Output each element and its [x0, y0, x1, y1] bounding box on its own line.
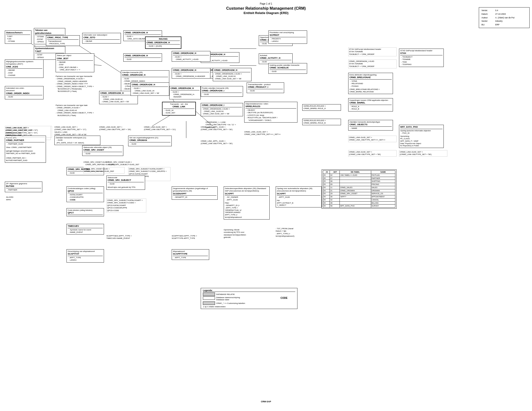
timecuev-title: TIMECUEV [68, 225, 103, 228]
crmd-partner-view: View: CRMV_LINKPARTNER [6, 146, 45, 149]
crmd-link-appl-note: CRMD_LINK_APPL_GUID = (CRMD_LINK-OBJTYPE… [201, 140, 241, 145]
db-table-de-tabel-header: DE-TABEL [340, 171, 371, 174]
scapttxt-box: Omschrijving van afspraaksoort SCAPTTXT … [66, 249, 104, 262]
crmd-srv-osset-details2: CRMD_SRV_OSSET-GUID = CRMD_SRV_REFOBJ-GU… [83, 167, 124, 174]
but000-title: BUT000 [6, 185, 41, 188]
wff-data-pho-box: WFF_DATA_PHO Opslag fysische informatie-… [399, 125, 444, 148]
qpct-box: Code-teksten (uitleg teksten) QPCT [66, 208, 104, 216]
statusschema-box: Statusschema's TJ30T TJ20 - STSMA [5, 30, 31, 44]
scgenappt-subtitle: Gegenereerde afspraken (regelmatige of g… [173, 187, 216, 192]
db-row4-name: PRICING [371, 183, 395, 186]
srrelroles-logsys: - LOGSYS (vb. leeg) [246, 114, 296, 117]
link-set-note2: CRMD_LINK-GUID_SET = (CRMD_LINK-OBJTYPE_… [99, 126, 140, 131]
crmd-srv-subject-subtitle: Statuscode [108, 177, 144, 179]
crm-jest-box: Status per object CRM_JEST - OBJNR - STA… [56, 53, 94, 72]
srrelroles-objkey: - OBJKEY [246, 109, 296, 112]
crmd-orderadm-h7-guid: - GUID = [171, 91, 200, 93]
scappt-user-box: Gebruikersspecifieke afspraken (30) (Sta… [224, 187, 270, 220]
crm-jcds-subtitle: Wijzigingsdocumenten systeem-keringstatu… [6, 60, 42, 65]
crmd-link-appl-guid-note: CRMD_LINK_GUID_SET = CRMD_LINK_OBJTYPE_S… [244, 131, 284, 136]
ssrelroles-role-a-note: SSRELROLES-ROLEID = CRMD_BINREL-ROLE_A [302, 104, 341, 111]
link-set-58-note: CRMD_LINK-GUID_SET = CRMD_LINK_OBJTYPE_S… [348, 136, 397, 142]
db-row3-name: SHIPPING [371, 180, 395, 183]
crmd-sales-subtitle: Zakelijke transactie verkoopset (11) [56, 137, 99, 139]
code-teksten-note: CODE [281, 296, 287, 299]
crmd-orderadm-h9-guid: - GUID = [173, 56, 209, 58]
crmd-link-subtitle: Transactie - set - link [163, 103, 194, 105]
scappt-opslag-guid: - APPT_GUID [277, 196, 320, 198]
crmd-orderadm-i3-link: CRMD_LINK_GUID-HI [214, 75, 250, 78]
but000-subtitle: ZP: Algemene gegevens [6, 183, 41, 185]
qpct-subtitle: Code-teksten (uitleg teksten) [68, 209, 103, 212]
scappt-opslag-subtitle: Opslag voor automatische afspraken (30) … [277, 187, 320, 192]
ingang-title: CRMD_ORDERADM_H [147, 41, 180, 45]
srrelroles-objtype: - OBJTYPE (vb 'BUS2000120') [246, 112, 296, 114]
db-row9-detail [340, 198, 371, 201]
scapptseg-type-note2: SCAPPTSEG-APPT_TYPE = SCAPTTYPE-APPT_TYP… [172, 235, 213, 240]
scapttxt-langu: - LANGU [68, 259, 103, 261]
crmd-srv-osset-subtitle: Statuscode referentie-object (29) [83, 146, 122, 149]
qpcd-code: - CODE [68, 199, 103, 201]
crmd-orderadm-h4-title: CRMD_ORDERADM_H [132, 84, 168, 87]
crmd-sales-date: (PO_DATE_SOLD = ref. datum) [56, 142, 99, 144]
db-row5-hi: 05 [323, 186, 330, 189]
wff-data-pho-id: - PHO_ID [400, 132, 443, 134]
scgenappt-title: SCGENAPPT [173, 192, 216, 196]
db-row6-detail: CRMD_ORGMAN [340, 189, 371, 192]
ingang-label: INGANG [147, 38, 180, 41]
crmd-orgman-box: Set van organisatiegegevens (21) CRMD_OR… [128, 136, 172, 146]
statusschema-field2: TJ20 [6, 38, 30, 40]
scappttype-box: Afspraaksoort SCAPPTTYPE - APPT_TYPE [172, 249, 209, 260]
crmd-orgman-subtitle: Set van organisatiegegevens (21) [129, 137, 171, 139]
db-row2-set: 07 [330, 177, 340, 180]
crm-jcds-box: Wijzigingsdocumenten systeem-keringstatu… [5, 59, 44, 78]
crmc-proc-type-title: CRMC_PROC_TYPE [47, 36, 79, 40]
crmd-partner-box: Partner (07) CRMD_PARTNER - PARTNER_GUID… [5, 136, 46, 163]
crmd-orderadm-h-top-title: CRMD_ORDERADM_H [124, 31, 161, 35]
db-row6-hi: 05 [323, 189, 330, 192]
crmd-link-guid-hi: - GUID_HI [163, 109, 194, 112]
crmc-objects-title: CRMC_OBJECTS [349, 123, 392, 127]
crm-jsto-subtitle: Informatie over statusobject [83, 34, 120, 36]
legend-rect-db-relatie [203, 292, 215, 296]
systeemstatussen-title: SysteemstatussenTJ62T [35, 47, 64, 53]
db-row1-name: PAYPLAN [371, 174, 395, 177]
timecuev-event: - Symbolic name for event [68, 229, 103, 231]
qpcd-subtitle: Controlecatalogus codes (uitleg) [68, 187, 103, 190]
db-row11-set: 58 [330, 205, 340, 208]
timecuev-name: - NAME_EVENT [68, 231, 103, 234]
crmd-binrel-subtitle: Koppelingen tussen CRM-applicatie-object… [349, 99, 392, 102]
stxh-tdspras: - TDSPRAS [400, 63, 443, 66]
crmd-activity-guid: - GUID [260, 61, 291, 63]
crmd-orderadm-h7-box: CRMD_ORDERADM_H - GUID = CRMD_ORDERADM_H… [169, 86, 201, 99]
crm-jsto-box: Informatie over statusobject CRM_JSTO - … [82, 33, 121, 44]
statusschema-title: Statusschema's [6, 31, 30, 35]
teksten-title: Teksten van gebruikerstatus [35, 29, 64, 35]
stxh-box: STXD SAPscript tekstbestand header STXH … [399, 49, 444, 67]
legend-title: Legenda: [203, 289, 295, 292]
statusschema-field3: - STSMA [6, 40, 30, 43]
crmd-orderadm-i2-set: CRMD_LINK-GUID_SET = '06' [202, 113, 242, 115]
legend-n-rel: 1 op n relatie relatievelden [203, 306, 295, 308]
scapttxt-title: SCAPTTXT [68, 253, 103, 256]
legend-row-1: DATABASE RELATIE [203, 292, 295, 296]
stxh-subtitle: STXD SAPscript tekstbestand header [400, 50, 443, 52]
ingang-box: INGANG CRMD_ORDERADM_H - GUID = {GUID} [145, 37, 181, 49]
db-row9-set: 42 [330, 198, 340, 201]
qpcd-title: QPCD [68, 190, 103, 193]
stxh-tdname: - TDNAME [400, 58, 443, 61]
crmd-orderadm-h2-box: CRMD_ORDERADM_H - GUID [123, 53, 162, 62]
legend-label-2a: Database tabelomschrijving [216, 296, 240, 299]
crmd-partner-guid: - PARTNER_GUID [6, 143, 45, 145]
crmd-orderadm-i2-guid: CRMD_ORDERADM_I-GUID = [202, 108, 242, 110]
db-table-set-header: _SET [330, 171, 340, 174]
qpct-title: QPCT [68, 212, 103, 215]
db-row9-name: CANCEL [371, 198, 395, 201]
crmd-orderadm-h-main-subtitle: Zakelijke transactie (05) [122, 71, 168, 74]
db-row11-name: SURVEY [371, 205, 395, 208]
crm-jsto-title: CRM_JSTO [83, 36, 120, 40]
qpcd-box: Controlecatalogus codes (uitleg) QPCD - … [66, 187, 104, 202]
header-subtitle: Entiteit Relatie Diagram (ERD) [2, 11, 530, 15]
crmd-order-index-subtitle: Indextabel one-order-document [6, 87, 42, 92]
scappt-opslag-box: Opslag voor automatische afspraken (30) … [276, 187, 322, 207]
